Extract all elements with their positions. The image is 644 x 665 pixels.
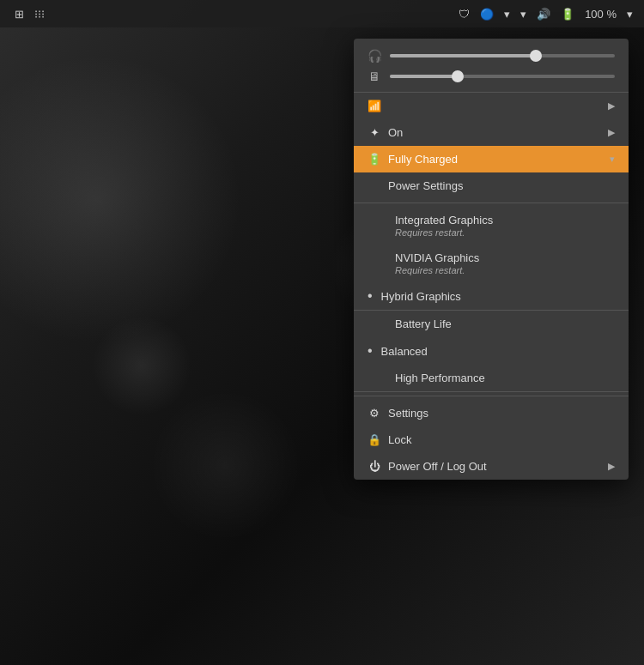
battery-percentage: 100 % <box>582 6 619 22</box>
power-settings-item[interactable]: Power Settings <box>354 172 629 199</box>
nvidia-graphics-label: NVIDIA Graphics Requires restart. <box>395 251 615 275</box>
battery-life-label: Battery Life <box>395 317 615 330</box>
power-off-item[interactable]: ⏻ Power Off / Log Out ▶ <box>354 453 629 480</box>
brightness-track[interactable] <box>390 75 615 78</box>
power-mode-section: Battery Life • Balanced High Performance <box>354 311 629 392</box>
nvidia-graphics-item[interactable]: NVIDIA Graphics Requires restart. <box>354 245 629 282</box>
integrated-sublabel: Requires restart. <box>395 227 615 238</box>
sliders-section: 🎧 🖥 <box>354 39 629 93</box>
lock-icon: 🔒 <box>368 433 381 446</box>
taskbar: ⊞ ⁝⁝⁝ 🛡 🔵 ▾ ▾ 🔊 🔋 100 % ▾ <box>0 0 644 27</box>
hybrid-dot: • <box>368 289 373 303</box>
brightness-thumb[interactable] <box>452 70 464 82</box>
high-performance-label: High Performance <box>395 372 615 384</box>
bluetooth-arrow: ▶ <box>608 127 615 138</box>
wifi-menu-item[interactable]: 📶 ▶ <box>354 93 629 119</box>
settings-item[interactable]: ⚙ Settings <box>354 400 629 426</box>
separator-1 <box>354 203 629 203</box>
display-icon: 🖥 <box>368 70 381 83</box>
bluetooth-menu-item[interactable]: ✦ On ▶ <box>354 119 629 146</box>
battery-icon[interactable]: 🔋 <box>558 6 577 22</box>
balanced-dot: • <box>368 344 373 358</box>
bluetooth-label: On <box>388 126 601 139</box>
high-performance-item[interactable]: High Performance <box>354 365 629 391</box>
settings-label: Settings <box>388 407 615 420</box>
balanced-item[interactable]: • Balanced <box>354 337 629 365</box>
taskbar-right: 🛡 🔵 ▾ ▾ 🔊 🔋 100 % ▾ <box>456 6 635 22</box>
nvidia-sublabel: Requires restart. <box>395 265 615 275</box>
wifi-menu-icon: 📶 <box>368 100 381 112</box>
volume-slider-row: 🎧 <box>368 49 615 63</box>
battery-dropdown-arrow: ▾ <box>610 154 615 165</box>
lock-label: Lock <box>388 433 615 446</box>
volume-icon[interactable]: 🔊 <box>534 6 553 22</box>
volume-fill <box>390 54 536 57</box>
taskbar-left: ⊞ ⁝⁝⁝ <box>9 6 451 22</box>
battery-chevron[interactable]: ▾ <box>624 6 635 22</box>
battery-menu-item[interactable]: 🔋 Fully Charged ▾ <box>354 146 629 172</box>
chevron-icon[interactable]: ▾ <box>501 6 513 22</box>
integrated-label-text: Integrated Graphics <box>395 214 493 227</box>
separator-2 <box>354 396 629 396</box>
power-icon: ⏻ <box>368 460 381 473</box>
vpn-icon[interactable]: 🔵 <box>477 6 496 22</box>
graphics-section: Integrated Graphics Requires restart. NV… <box>354 207 629 311</box>
wifi-arrow: ▶ <box>608 100 615 112</box>
battery-life-item[interactable]: Battery Life <box>354 311 629 337</box>
dots-icon[interactable]: ⁝⁝⁝ <box>32 6 47 22</box>
system-menu: 🎧 🖥 📶 ▶ ✦ On ▶ 🔋 Fully Charged ▾ <box>354 39 629 480</box>
grid-icon[interactable]: ⊞ <box>12 6 27 22</box>
power-off-arrow: ▶ <box>608 461 615 472</box>
lock-item[interactable]: 🔒 Lock <box>354 426 629 453</box>
shield-icon[interactable]: 🛡 <box>456 6 472 22</box>
hybrid-graphics-item[interactable]: • Hybrid Graphics <box>354 282 629 310</box>
battery-menu-icon: 🔋 <box>368 153 381 166</box>
headphones-icon: 🎧 <box>368 49 381 63</box>
hybrid-graphics-label: Hybrid Graphics <box>381 290 615 303</box>
integrated-graphics-label: Integrated Graphics Requires restart. <box>395 214 615 238</box>
wifi-icon[interactable]: ▾ <box>518 6 529 22</box>
nvidia-label-text: NVIDIA Graphics <box>395 251 479 264</box>
brightness-slider-row: 🖥 <box>368 70 615 83</box>
power-settings-label: Power Settings <box>368 179 615 192</box>
volume-track[interactable] <box>390 54 615 57</box>
settings-icon: ⚙ <box>368 407 381 420</box>
integrated-graphics-item[interactable]: Integrated Graphics Requires restart. <box>354 207 629 245</box>
power-off-label: Power Off / Log Out <box>388 460 601 473</box>
volume-thumb[interactable] <box>530 50 542 62</box>
bluetooth-icon: ✦ <box>368 126 381 139</box>
battery-status-label: Fully Charged <box>388 153 603 166</box>
balanced-label: Balanced <box>381 345 615 358</box>
brightness-fill <box>390 75 458 78</box>
